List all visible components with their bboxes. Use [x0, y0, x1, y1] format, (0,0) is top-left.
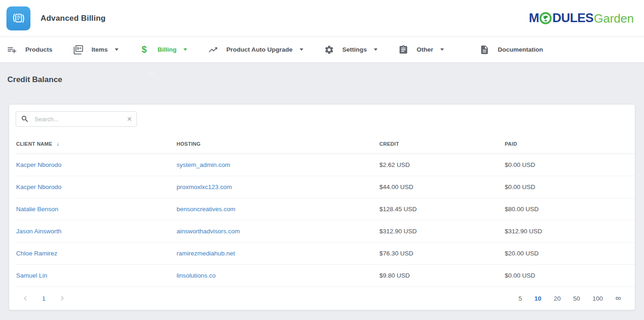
column-label: CREDIT — [379, 141, 399, 147]
credit-cell: $44.00 USD — [379, 176, 504, 198]
active-tab-notch — [147, 71, 156, 75]
paid-cell: $0.00 USD — [504, 154, 635, 176]
nine-plus-badge: 9+ — [77, 46, 81, 51]
table-header-row: CLIENT NAME↓ HOSTING CREDIT PAID — [16, 130, 635, 154]
dollar-icon: $ — [139, 44, 150, 55]
nav-item-billing[interactable]: $ Billing — [139, 44, 187, 55]
credit-cell: $76.30 USD — [379, 243, 504, 265]
brand-text-m: M — [529, 12, 539, 24]
infinity-page-size-icon[interactable]: ∞ — [615, 294, 621, 303]
table-row: Natalie Benson bensoncreatives.com $128.… — [16, 198, 635, 220]
table-row: Samuel Lin linsolutions.co $9.80 USD $0.… — [16, 265, 635, 287]
pagination-bar: 1 5 10 20 50 100 ∞ — [16, 287, 635, 310]
paid-cell: $20.00 USD — [504, 243, 635, 265]
chevron-down-icon — [440, 48, 444, 51]
column-header-paid[interactable]: PAID — [504, 130, 635, 154]
playlist-add-icon — [6, 44, 18, 55]
column-header-client-name[interactable]: CLIENT NAME↓ — [16, 130, 176, 154]
nav-item-product-auto-upgrade[interactable]: Product Auto Upgrade — [207, 44, 303, 55]
chevron-down-icon — [374, 48, 378, 51]
modulesgarden-logo: M DULES Garden — [529, 12, 634, 24]
chevron-down-icon — [183, 48, 187, 51]
paid-cell: $312.90 USD — [504, 220, 635, 243]
nav-label: Product Auto Upgrade — [226, 46, 293, 53]
hosting-link[interactable]: system_admin.com — [177, 161, 230, 168]
paid-cell: $0.00 USD — [504, 265, 635, 287]
page-size-10[interactable]: 10 — [534, 295, 541, 302]
column-header-hosting[interactable]: HOSTING — [176, 130, 379, 154]
column-label: PAID — [505, 141, 517, 147]
page-title: Advanced Billing — [41, 14, 106, 23]
hosting-link[interactable]: linsolutions.co — [177, 272, 216, 279]
client-link[interactable]: Kacper Nborodo — [16, 184, 61, 190]
hosting-link[interactable]: bensoncreatives.com — [177, 206, 236, 213]
hosting-link[interactable]: ramirezmediahub.net — [177, 250, 235, 257]
chevron-down-icon — [115, 48, 118, 51]
client-link[interactable]: Samuel Lin — [16, 272, 47, 279]
nav-label: Billing — [158, 46, 177, 53]
column-label: CLIENT NAME — [16, 141, 52, 147]
sort-descending-icon: ↓ — [56, 141, 59, 147]
column-header-credit[interactable]: CREDIT — [379, 130, 504, 154]
client-link[interactable]: Natalie Benson — [16, 206, 59, 213]
nav-item-settings[interactable]: Settings — [324, 44, 378, 55]
page-size-100[interactable]: 100 — [592, 295, 603, 302]
credit-balance-table: CLIENT NAME↓ HOSTING CREDIT PAID Kacper … — [16, 130, 635, 287]
document-icon — [479, 44, 490, 55]
search-input[interactable] — [34, 115, 124, 123]
paid-cell: $0.00 USD — [504, 176, 635, 198]
next-page-button[interactable] — [53, 289, 72, 308]
table-row: Kacper Nborodo proxmoxlxc123.com $44.00 … — [16, 176, 635, 198]
content-area: Credit Balance × CLIENT NAME↓ HOSTING CR… — [0, 75, 644, 310]
chevron-down-icon — [300, 48, 303, 51]
table-row: Chloe Ramirez ramirezmediahub.net $76.30… — [16, 243, 635, 265]
page-size-20[interactable]: 20 — [554, 295, 561, 302]
nav-label: Documentation — [498, 46, 543, 53]
trending-up-icon — [207, 44, 219, 55]
table-row: Jason Ainsworth ainsworthadvisors.com $3… — [16, 220, 635, 243]
credit-cell: $9.80 USD — [379, 265, 504, 287]
advanced-billing-logo-icon — [6, 6, 30, 30]
nav-label: Other — [417, 46, 433, 53]
search-box: × — [16, 111, 137, 127]
nav-item-items[interactable]: 9+ Items — [73, 44, 118, 55]
credit-cell: $312.90 USD — [379, 220, 504, 243]
nav-item-other[interactable]: Other — [398, 44, 444, 55]
gear-icon — [324, 44, 335, 55]
search-icon — [21, 115, 29, 123]
chevron-left-icon — [21, 294, 30, 303]
credit-balance-card: × CLIENT NAME↓ HOSTING CREDIT PAID Kacpe… — [9, 105, 635, 310]
brand-text-garden: Garden — [594, 12, 634, 24]
globe-icon — [539, 12, 552, 24]
hosting-link[interactable]: proxmoxlxc123.com — [177, 184, 232, 190]
app-header: Advanced Billing M DULES Garden — [0, 0, 644, 37]
nine-plus-icon: 9+ — [73, 44, 84, 55]
nav-item-products[interactable]: Products — [6, 44, 53, 55]
credit-cell: $128.45 USD — [379, 198, 504, 220]
nav-label: Settings — [343, 46, 367, 53]
client-link[interactable]: Kacper Nborodo — [16, 161, 61, 168]
client-link[interactable]: Chloe Ramirez — [16, 250, 57, 257]
page-size-50[interactable]: 50 — [573, 295, 580, 302]
clipboard-icon — [398, 44, 409, 55]
credit-cell: $2.62 USD — [379, 154, 504, 176]
paid-cell: $80.00 USD — [504, 198, 635, 220]
page-number[interactable]: 1 — [35, 295, 53, 302]
nav-label: Products — [25, 46, 53, 53]
section-title: Credit Balance — [7, 75, 635, 84]
nav-item-documentation[interactable]: Documentation — [479, 44, 543, 55]
table-row: Kacper Nborodo system_admin.com $2.62 US… — [16, 154, 635, 176]
client-link[interactable]: Jason Ainsworth — [16, 228, 61, 235]
page-size-5[interactable]: 5 — [519, 295, 522, 302]
page-size-options: 5 10 20 50 100 ∞ — [519, 294, 621, 303]
chevron-right-icon — [58, 294, 67, 303]
column-label: HOSTING — [177, 141, 201, 147]
nav-label: Items — [92, 46, 108, 53]
brand-text-dules: DULES — [552, 12, 593, 24]
clear-search-icon[interactable]: × — [124, 115, 132, 123]
main-nav: Products 9+ Items $ Billing Product Auto… — [0, 37, 644, 62]
hosting-link[interactable]: ainsworthadvisors.com — [177, 228, 240, 235]
previous-page-button[interactable] — [16, 289, 35, 308]
